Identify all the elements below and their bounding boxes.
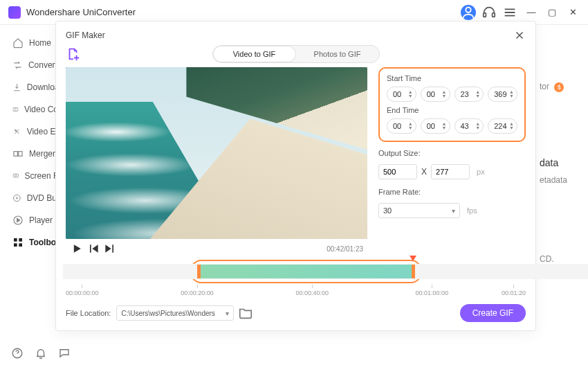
bell-icon[interactable] bbox=[35, 347, 47, 359]
next-frame-icon[interactable] bbox=[103, 242, 117, 256]
recorder-icon bbox=[12, 170, 19, 181]
compress-icon bbox=[12, 104, 19, 115]
timeline-ticks: 00:00:00:00 00:00:20:00 00:00:40:00 00:0… bbox=[66, 285, 526, 299]
bg-label: data bbox=[540, 157, 588, 168]
dvd-icon bbox=[12, 193, 21, 204]
timeline-selection-highlight bbox=[190, 260, 422, 283]
bg-label: tor bbox=[540, 82, 549, 91]
svg-rect-13 bbox=[19, 238, 22, 242]
svg-rect-12 bbox=[14, 238, 17, 242]
sidebar-item-dvd[interactable]: DVD Burner bbox=[0, 187, 62, 209]
player-icon bbox=[12, 215, 24, 226]
window-close[interactable]: ✕ bbox=[566, 6, 580, 19]
svg-point-9 bbox=[14, 195, 21, 202]
tab-photos-to-gif[interactable]: Photos to GIF bbox=[296, 46, 379, 62]
file-location-select[interactable]: C:\Users\ws\Pictures\Wonders bbox=[116, 305, 234, 321]
timeline[interactable]: 00:00:00:00 00:00:20:00 00:00:40:00 00:0… bbox=[66, 260, 526, 299]
user-avatar[interactable] bbox=[461, 5, 476, 20]
output-size-label: Output Size: bbox=[378, 149, 526, 157]
file-location-label: File Location: bbox=[66, 309, 111, 317]
svg-rect-1 bbox=[484, 12, 486, 16]
timeline-selection[interactable] bbox=[197, 265, 415, 278]
sidebar-item-downloader[interactable]: Downloader bbox=[0, 76, 62, 98]
frame-rate-select[interactable]: 30 bbox=[378, 203, 460, 218]
prev-frame-icon[interactable] bbox=[86, 242, 100, 256]
close-icon[interactable] bbox=[513, 29, 526, 42]
svg-rect-7 bbox=[13, 174, 18, 177]
svg-rect-3 bbox=[13, 107, 18, 111]
tick-label: 00:01:20 bbox=[502, 285, 526, 296]
dimension-x: X bbox=[421, 167, 427, 177]
background-panel: tor $ data etadata CD. bbox=[540, 50, 588, 292]
start-time-label: Start Time bbox=[387, 74, 517, 82]
output-height-input[interactable] bbox=[431, 164, 470, 179]
hamburger-icon[interactable] bbox=[502, 5, 517, 20]
start-hour-stepper[interactable]: 00▲▼ bbox=[387, 87, 416, 102]
modal-title: GIF Maker bbox=[66, 30, 105, 40]
merger-icon bbox=[12, 148, 24, 159]
download-icon bbox=[12, 82, 21, 93]
window-minimize[interactable]: — bbox=[524, 6, 538, 19]
sidebar-item-label: Merger bbox=[29, 149, 55, 159]
app-logo bbox=[8, 6, 21, 19]
svg-rect-15 bbox=[19, 243, 22, 247]
tab-switch: Video to GIF Photos to GIF bbox=[212, 45, 380, 63]
pro-badge-icon: $ bbox=[554, 82, 564, 92]
app-title: Wondershare UniConverter bbox=[26, 7, 136, 17]
window-maximize[interactable]: ▢ bbox=[545, 6, 559, 19]
tick-label: 00:00:20:00 bbox=[181, 285, 214, 296]
svg-rect-14 bbox=[14, 243, 17, 247]
tab-video-to-gif[interactable]: Video to GIF bbox=[213, 46, 296, 62]
frame-rate-label: Frame Rate: bbox=[378, 188, 526, 196]
bg-label: CD. bbox=[540, 254, 588, 264]
sidebar-item-editor[interactable]: Video Editor bbox=[0, 121, 62, 143]
svg-point-0 bbox=[466, 7, 470, 12]
sidebar-item-label: Home bbox=[29, 38, 51, 48]
start-ms-stepper[interactable]: 369▲▼ bbox=[488, 87, 517, 102]
start-min-stepper[interactable]: 00▲▼ bbox=[421, 87, 450, 102]
toolbox-icon bbox=[12, 237, 24, 248]
end-sec-stepper[interactable]: 43▲▼ bbox=[454, 118, 484, 134]
sidebar-item-recorder[interactable]: Screen Recorder bbox=[0, 165, 62, 187]
svg-point-8 bbox=[15, 175, 17, 176]
start-sec-stepper[interactable]: 23▲▼ bbox=[454, 87, 484, 102]
video-preview[interactable] bbox=[66, 67, 367, 239]
bg-label: etadata bbox=[540, 175, 588, 185]
convert-icon bbox=[12, 60, 23, 71]
sidebar-item-home[interactable]: Home bbox=[0, 32, 62, 54]
sidebar: Home Converter Downloader Video Compress… bbox=[0, 25, 62, 341]
playhead-icon[interactable] bbox=[410, 256, 416, 261]
svg-rect-6 bbox=[19, 152, 22, 157]
sidebar-item-label: Player bbox=[29, 215, 53, 225]
player-time: 00:42/01:23 bbox=[327, 245, 363, 253]
add-file-icon[interactable] bbox=[66, 46, 81, 62]
help-icon[interactable] bbox=[11, 347, 24, 359]
home-icon bbox=[12, 37, 24, 48]
tick-label: 00:00:40:00 bbox=[296, 285, 329, 296]
feedback-icon[interactable] bbox=[58, 347, 71, 359]
settings-panel: Start Time 00▲▼ 00▲▼ 23▲▼ 369▲▼ End Time… bbox=[367, 67, 526, 258]
frame-rate-unit: fps bbox=[467, 206, 477, 215]
end-ms-stepper[interactable]: 224▲▼ bbox=[488, 118, 517, 134]
end-time-label: End Time bbox=[387, 106, 517, 114]
sidebar-item-merger[interactable]: Merger bbox=[0, 143, 62, 165]
svg-rect-5 bbox=[14, 152, 17, 157]
end-min-stepper[interactable]: 00▲▼ bbox=[421, 118, 450, 134]
tick-label: 00:00:00:00 bbox=[66, 285, 99, 296]
output-width-input[interactable] bbox=[378, 164, 417, 179]
gif-maker-modal: GIF Maker Video to GIF Photos to GIF bbox=[55, 21, 536, 331]
statusbar bbox=[0, 341, 588, 365]
create-gif-button[interactable]: Create GIF bbox=[460, 304, 526, 322]
sidebar-item-compressor[interactable]: Video Compressor bbox=[0, 98, 62, 121]
player-controls: 00:42/01:23 bbox=[66, 239, 367, 258]
sidebar-item-converter[interactable]: Converter bbox=[0, 54, 62, 76]
sidebar-item-toolbox[interactable]: Toolbox bbox=[0, 231, 62, 253]
end-hour-stepper[interactable]: 00▲▼ bbox=[387, 118, 416, 134]
open-folder-icon[interactable] bbox=[238, 305, 253, 321]
sidebar-item-player[interactable]: Player bbox=[0, 209, 62, 231]
editor-icon bbox=[12, 126, 21, 137]
tick-label: 00:01:00:00 bbox=[415, 285, 448, 296]
headset-icon[interactable] bbox=[481, 5, 497, 20]
time-range-highlight: Start Time 00▲▼ 00▲▼ 23▲▼ 369▲▼ End Time… bbox=[378, 67, 526, 142]
play-icon[interactable] bbox=[70, 242, 84, 256]
